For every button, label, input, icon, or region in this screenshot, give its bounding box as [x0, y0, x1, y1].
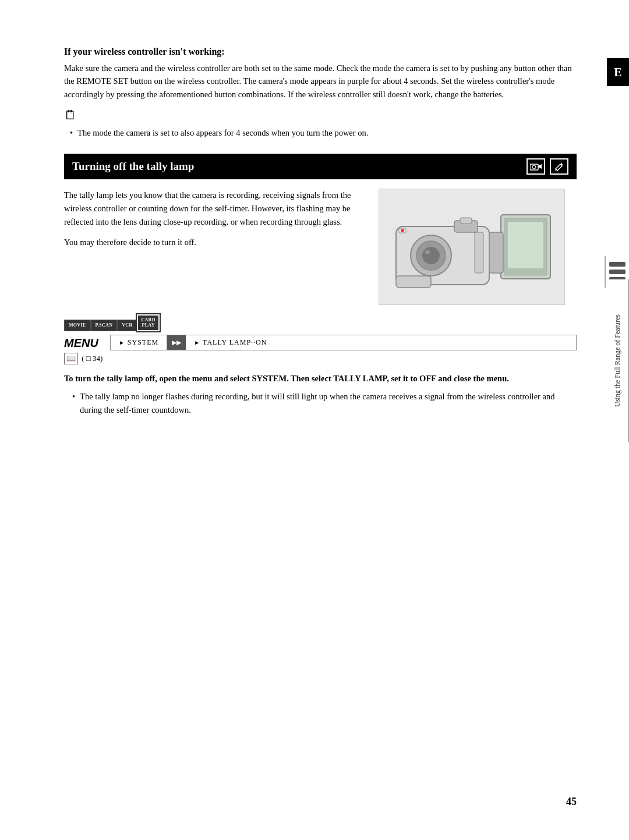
menu-nav-display: ► SYSTEM ▶▶ ► TALLY LAMP··ON [110, 335, 577, 350]
svg-point-7 [425, 250, 430, 254]
book-icon: 📖 [64, 353, 78, 364]
mode-buttons-container: MOVIE P.SCAN VCR CARDPLAY [64, 314, 577, 331]
tally-right-illustration [379, 189, 577, 305]
nav-tally-lamp-label: TALLY LAMP··ON [203, 338, 267, 347]
camera-image [379, 189, 565, 305]
instruction-bold: To turn the tally lamp off, open the men… [64, 373, 577, 385]
tally-body: The tally lamp lets you know that the ca… [64, 189, 361, 229]
tally-content: The tally lamp lets you know that the ca… [64, 189, 577, 305]
page-number: 45 [566, 796, 577, 808]
menu-row: MENU ► SYSTEM ▶▶ ► TALLY LAMP··ON [64, 335, 577, 350]
menu-label: MENU [64, 337, 98, 349]
wireless-title: If your wireless controller isn't workin… [64, 47, 577, 57]
camera-mode-icon [526, 158, 545, 175]
tally-title: Turning off the tally lamp [72, 160, 194, 173]
tally-body2: You may therefore decide to turn it off. [64, 236, 361, 249]
nav-arrow-1: ► [119, 339, 125, 346]
card-play-button[interactable]: CARDPLAY [137, 314, 159, 331]
nav-double-arrow: ▶▶ [167, 335, 186, 350]
sidebar-bar-2 [609, 270, 626, 274]
edit-mode-icon [550, 158, 568, 175]
sidebar-features-text: Using the Full Range of Features [607, 279, 629, 442]
svg-rect-15 [475, 232, 483, 273]
sidebar-bar-1 [609, 262, 626, 267]
svg-rect-9 [460, 218, 472, 224]
tally-header: Turning off the tally lamp [64, 154, 577, 179]
wireless-note: • The mode the camera is set to also app… [70, 126, 577, 139]
nav-system-label: SYSTEM [128, 338, 158, 347]
menu-ref: 📖 ( □ 34) [64, 353, 577, 364]
nav-tally-lamp: ► TALLY LAMP··ON [186, 335, 275, 350]
mode-buttons-row: MOVIE P.SCAN VCR CARDPLAY [64, 314, 577, 331]
sidebar-letter-e: E [607, 58, 629, 86]
svg-point-2 [532, 165, 536, 169]
nav-arrow-2: ► [194, 339, 200, 346]
tally-left-text: The tally lamp lets you know that the ca… [64, 189, 361, 305]
svg-rect-12 [508, 222, 543, 268]
instruction-note: • The tally lamp no longer flashes durin… [72, 390, 577, 417]
wireless-section: If your wireless controller isn't workin… [64, 47, 577, 140]
svg-point-17 [401, 229, 404, 232]
movie-button[interactable]: MOVIE [64, 320, 91, 331]
pscan-button[interactable]: P.SCAN [91, 320, 118, 331]
svg-rect-13 [489, 232, 503, 273]
wireless-body: Make sure the camera and the wireless co… [64, 62, 577, 101]
menu-ref-num: □ [86, 354, 91, 363]
page: E Using the Full Range of Features If yo… [0, 0, 629, 840]
vcr-button[interactable]: VCR [117, 320, 137, 331]
note-icon: 🗒 [64, 108, 577, 123]
svg-rect-14 [396, 276, 431, 288]
svg-point-6 [422, 247, 440, 264]
svg-marker-1 [538, 164, 542, 169]
nav-system: ► SYSTEM [111, 335, 167, 350]
tally-header-icons [526, 158, 568, 175]
